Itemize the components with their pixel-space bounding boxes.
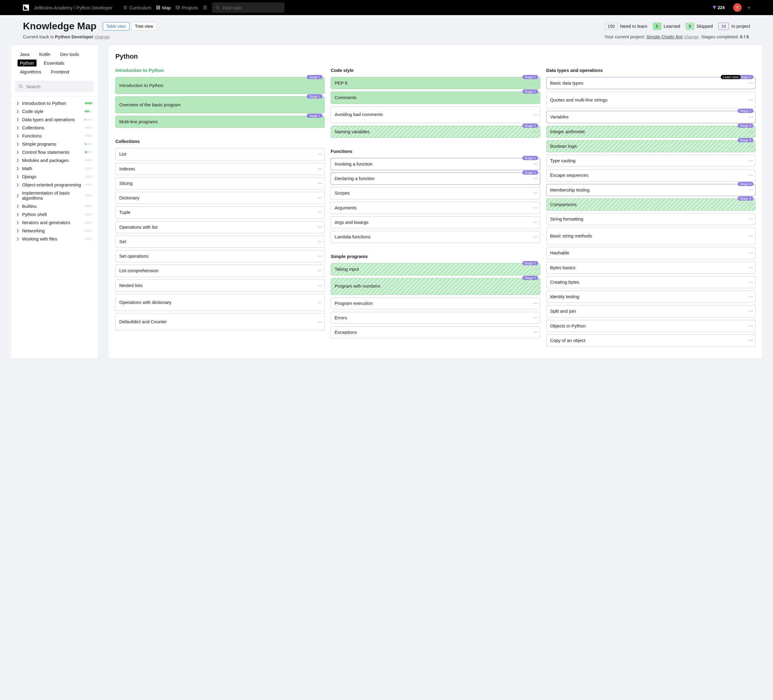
topic-card[interactable]: Operations with list	[115, 221, 325, 233]
topic-card[interactable]: Introduction to PythonStage 1	[115, 77, 325, 94]
more-icon[interactable]	[318, 212, 322, 213]
breadcrumb[interactable]: JetBrains Academy / Python Developer	[34, 5, 112, 10]
current-project-link[interactable]: Simple Chatty Bot	[646, 34, 683, 39]
topic-card[interactable]: Multi-line programsStage 1	[115, 116, 325, 128]
topic-card[interactable]: Defaultdict and Counter	[115, 313, 325, 330]
topic-card[interactable]: Nested lists	[115, 280, 325, 292]
nav-map[interactable]: Map	[156, 5, 171, 10]
nav-projects[interactable]: Projects	[176, 5, 198, 10]
more-icon[interactable]	[749, 325, 753, 326]
more-icon[interactable]	[318, 321, 322, 322]
topic-card[interactable]: PEP 8Stage 2	[331, 77, 540, 89]
sidebar-search-input[interactable]	[26, 84, 90, 89]
tab-python[interactable]: Python	[18, 59, 36, 66]
more-icon[interactable]	[749, 296, 753, 297]
more-icon[interactable]	[534, 97, 538, 98]
topic-card[interactable]: Overview of the basic programStage 1	[115, 96, 325, 113]
topic-card[interactable]: Lambda functions	[331, 231, 540, 243]
more-icon[interactable]	[749, 117, 753, 117]
more-icon[interactable]	[318, 183, 322, 184]
sidebar-item[interactable]: ❯Networking	[11, 227, 98, 235]
tab-java[interactable]: Java	[18, 51, 32, 58]
more-icon[interactable]	[534, 178, 538, 179]
sidebar-item[interactable]: ❯Python shell	[11, 210, 98, 218]
logo-icon[interactable]	[23, 5, 29, 11]
sidebar-item[interactable]: ❯Builtins	[11, 202, 98, 210]
topic-card[interactable]: Boolean logicStage 4	[546, 140, 755, 152]
topic-card[interactable]: Basic string methods	[546, 227, 755, 244]
more-icon[interactable]	[749, 189, 753, 190]
search-input[interactable]	[222, 5, 281, 10]
topic-card[interactable]: List	[115, 148, 325, 160]
topic-card[interactable]: Escape sequences	[546, 169, 755, 181]
more-icon[interactable]	[749, 340, 753, 341]
more-icon[interactable]	[749, 267, 753, 268]
sidebar-item[interactable]: ❯Code style	[11, 107, 98, 115]
topic-card[interactable]: Quotes and multi-line strings	[546, 92, 755, 109]
more-icon[interactable]	[318, 302, 322, 303]
topic-card[interactable]: Type casting	[546, 155, 755, 167]
sidebar-search[interactable]	[15, 81, 94, 92]
topic-card[interactable]: ComparisonsStage 4	[546, 198, 755, 211]
change-track-link[interactable]: change	[95, 34, 110, 39]
more-icon[interactable]	[749, 311, 753, 312]
topic-card[interactable]: Tuple	[115, 206, 325, 218]
topic-card[interactable]: Bytes basics	[546, 262, 755, 274]
topic-card[interactable]: Arguments	[331, 202, 540, 214]
table-view-button[interactable]: Table view	[103, 22, 130, 31]
more-icon[interactable]	[749, 83, 753, 84]
more-icon[interactable]	[318, 270, 322, 271]
more-icon[interactable]	[749, 252, 753, 254]
gems-count[interactable]: 224	[712, 5, 725, 10]
topic-card[interactable]: VariablesStage 2	[546, 111, 755, 123]
more-icon[interactable]	[534, 131, 538, 132]
more-icon[interactable]	[318, 227, 322, 227]
tree-view-button[interactable]: Tree view	[132, 22, 157, 31]
sidebar-item[interactable]: ❯Control flow statements	[11, 148, 98, 156]
tab-dev-tools[interactable]: Dev tools	[58, 51, 82, 58]
sidebar-item[interactable]: ❯Introduction to Python	[11, 99, 98, 107]
topic-card[interactable]: Slicing	[115, 177, 325, 189]
avatar[interactable]: T	[733, 3, 742, 12]
tab-frontend[interactable]: Frontend	[49, 68, 72, 75]
topic-card[interactable]: Integer arithmeticStage 3	[546, 126, 755, 138]
more-icon[interactable]	[749, 219, 753, 220]
topic-card[interactable]: Args and kwargs	[331, 216, 540, 228]
more-icon[interactable]	[534, 269, 538, 270]
more-icon[interactable]	[318, 285, 322, 286]
topic-card[interactable]: Hashable	[546, 247, 755, 259]
more-icon[interactable]	[534, 83, 538, 84]
topic-card[interactable]: List comprehension	[115, 265, 325, 277]
more-icon[interactable]	[749, 146, 753, 147]
topic-card[interactable]: Objects in Python	[546, 320, 755, 332]
more-icon[interactable]	[534, 163, 538, 164]
more-icon[interactable]	[318, 198, 322, 198]
sidebar-item[interactable]: ❯Implementation of basic algorithms	[11, 189, 98, 202]
sidebar-item[interactable]: ❯Working with files	[11, 235, 98, 243]
more-icon[interactable]	[318, 105, 322, 105]
topic-card[interactable]: Invoking a functionStage 5	[331, 158, 540, 170]
tab-essentials[interactable]: Essentials	[41, 59, 67, 66]
sidebar-item[interactable]: ❯Modules and packages	[11, 156, 98, 164]
topic-card[interactable]: Operations with dictionary	[115, 294, 325, 311]
topic-card[interactable]: Naming variablesStage 3	[331, 126, 540, 138]
topic-card[interactable]: Basic data typesStage 2Learn next	[546, 77, 755, 89]
more-icon[interactable]	[534, 222, 538, 223]
topic-card[interactable]: Taking inputStage 2	[331, 263, 540, 275]
nav-timer[interactable]	[203, 5, 207, 10]
more-icon[interactable]	[749, 160, 753, 161]
more-icon[interactable]	[534, 237, 538, 237]
topic-card[interactable]: Avoiding bad comments	[331, 106, 540, 123]
topic-card[interactable]: Scopes	[331, 187, 540, 199]
more-icon[interactable]	[318, 122, 322, 122]
search-bar[interactable]	[212, 2, 285, 13]
more-icon[interactable]	[534, 317, 538, 318]
topic-card[interactable]: CommentsStage 2	[331, 92, 540, 104]
more-icon[interactable]	[749, 236, 753, 237]
topic-card[interactable]: Split and join	[546, 305, 755, 317]
topic-card[interactable]: Indexes	[115, 163, 325, 175]
more-icon[interactable]	[534, 207, 538, 208]
more-icon[interactable]	[749, 131, 753, 132]
more-icon[interactable]	[749, 100, 753, 100]
topic-card[interactable]: Creating bytes	[546, 276, 755, 288]
